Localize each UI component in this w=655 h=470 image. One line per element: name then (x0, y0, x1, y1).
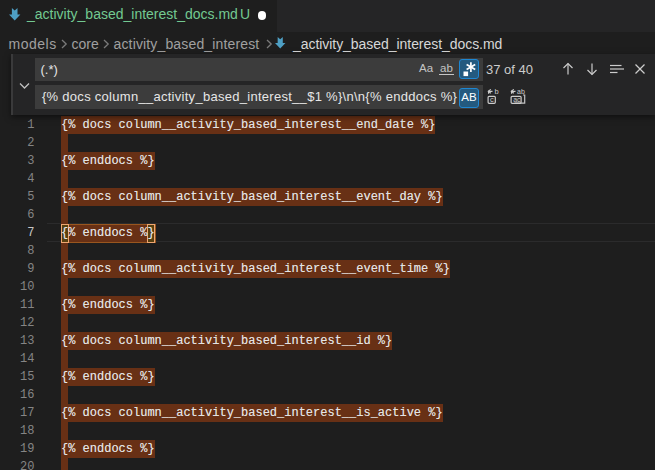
svg-text:ac: ac (513, 96, 521, 103)
svg-text:b: b (494, 89, 498, 96)
svg-text:ab: ab (517, 89, 525, 95)
svg-text:c: c (489, 95, 493, 104)
